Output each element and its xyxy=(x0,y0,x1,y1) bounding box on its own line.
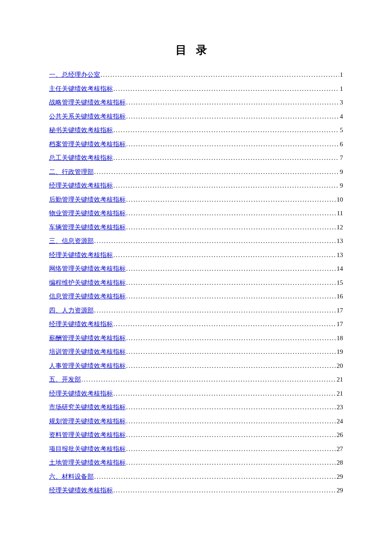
toc-leader-dots xyxy=(113,483,336,497)
toc-page-number: 4 xyxy=(339,110,343,124)
toc-link[interactable]: 规划管理关键绩效考核指标 xyxy=(49,414,126,428)
toc-leader-dots xyxy=(126,110,339,124)
toc-link[interactable]: 经理关键绩效考核指标 xyxy=(49,387,113,401)
toc-link[interactable]: 后勤管理关键绩效考核指标 xyxy=(49,193,126,207)
toc-entry: 四、人力资源部17 xyxy=(49,304,343,318)
toc-entry: 公共关系关键绩效考核指标4 xyxy=(49,110,343,124)
toc-link[interactable]: 总工关键绩效考核指标 xyxy=(49,151,113,165)
toc-page-number: 3 xyxy=(339,95,343,110)
toc-page-number: 6 xyxy=(339,137,343,151)
toc-leader-dots xyxy=(126,95,339,110)
toc-page-number: 11 xyxy=(336,206,343,220)
toc-link[interactable]: 主任关键绩效考核指标 xyxy=(49,82,113,96)
toc-link[interactable]: 一、总经理办公室 xyxy=(49,68,100,82)
toc-link[interactable]: 经理关键绩效考核指标 xyxy=(49,317,113,331)
toc-link[interactable]: 土地管理关键绩效考核指标 xyxy=(49,456,126,470)
toc-link[interactable]: 档案管理关键绩效考核指标 xyxy=(49,137,126,151)
toc-leader-dots xyxy=(113,248,336,262)
toc-page-number: 19 xyxy=(336,345,343,359)
toc-page-number: 26 xyxy=(336,428,343,442)
toc-entry: 主任关键绩效考核指标1 xyxy=(49,82,343,96)
toc-link[interactable]: 战略管理关键绩效考核指标 xyxy=(49,95,126,110)
toc-leader-dots xyxy=(94,234,336,248)
toc-leader-dots xyxy=(113,151,339,165)
toc-leader-dots xyxy=(113,179,339,193)
toc-link[interactable]: 项目报批关键绩效考核指标 xyxy=(49,442,126,456)
toc-entry: 规划管理关键绩效考核指标24 xyxy=(49,414,343,428)
toc-list: 一、总经理办公室1主任关键绩效考核指标1战略管理关键绩效考核指标3公共关系关键绩… xyxy=(49,68,343,497)
toc-leader-dots xyxy=(94,165,339,179)
toc-entry: 经理关键绩效考核指标13 xyxy=(49,248,343,262)
toc-leader-dots xyxy=(126,289,336,304)
toc-page-number: 21 xyxy=(336,387,343,401)
toc-page-number: 20 xyxy=(336,359,343,373)
toc-leader-dots xyxy=(126,428,336,442)
toc-link[interactable]: 市场研究关键绩效考核指标 xyxy=(49,400,126,414)
toc-page-number: 15 xyxy=(336,276,343,290)
toc-entry: 后勤管理关键绩效考核指标10 xyxy=(49,193,343,207)
toc-entry: 一、总经理办公室1 xyxy=(49,68,343,82)
toc-entry: 总工关键绩效考核指标7 xyxy=(49,151,343,165)
toc-entry: 项目报批关键绩效考核指标27 xyxy=(49,442,343,456)
toc-page-number: 5 xyxy=(339,123,343,137)
toc-link[interactable]: 网络管理关键绩效考核指标 xyxy=(49,262,126,276)
toc-entry: 市场研究关键绩效考核指标23 xyxy=(49,400,343,414)
toc-page-number: 10 xyxy=(336,193,343,207)
toc-page-number: 24 xyxy=(336,414,343,428)
toc-link[interactable]: 人事管理关键绩效考核指标 xyxy=(49,359,126,373)
toc-leader-dots xyxy=(126,456,336,470)
toc-entry: 薪酬管理关键绩效考核指标18 xyxy=(49,331,343,345)
toc-link[interactable]: 经理关键绩效考核指标 xyxy=(49,248,113,262)
toc-link[interactable]: 经理关键绩效考核指标 xyxy=(49,179,113,193)
toc-page-number: 29 xyxy=(336,483,343,497)
toc-link[interactable]: 车辆管理关键绩效考核指标 xyxy=(49,220,126,234)
toc-page-number: 17 xyxy=(336,304,343,318)
toc-link[interactable]: 经理关键绩效考核指标 xyxy=(49,483,113,497)
toc-link[interactable]: 五、开发部 xyxy=(49,373,81,387)
toc-link[interactable]: 物业管理关键绩效考核指标 xyxy=(49,206,126,220)
toc-entry: 战略管理关键绩效考核指标3 xyxy=(49,95,343,110)
toc-entry: 编程维护关键绩效考核指标15 xyxy=(49,276,343,290)
toc-entry: 经理关键绩效考核指标9 xyxy=(49,179,343,193)
toc-leader-dots xyxy=(126,359,336,373)
toc-page-number: 27 xyxy=(336,442,343,456)
toc-entry: 资料管理关键绩效考核指标26 xyxy=(49,428,343,442)
toc-page-number: 21 xyxy=(336,373,343,387)
toc-page-number: 1 xyxy=(339,82,343,96)
toc-entry: 三、信息资源部13 xyxy=(49,234,343,248)
toc-entry: 经理关键绩效考核指标21 xyxy=(49,387,343,401)
toc-page-number: 12 xyxy=(336,220,343,234)
toc-entry: 秘书关键绩效考核指标5 xyxy=(49,123,343,137)
toc-page-number: 14 xyxy=(336,262,343,276)
toc-entry: 车辆管理关键绩效考核指标12 xyxy=(49,220,343,234)
toc-entry: 培训管理关键绩效考核指标19 xyxy=(49,345,343,359)
toc-entry: 经理关键绩效考核指标17 xyxy=(49,317,343,331)
toc-link[interactable]: 薪酬管理关键绩效考核指标 xyxy=(49,331,126,345)
toc-link[interactable]: 信息管理关键绩效考核指标 xyxy=(49,289,126,304)
toc-entry: 网络管理关键绩效考核指标14 xyxy=(49,262,343,276)
toc-leader-dots xyxy=(113,317,336,331)
toc-page-number: 29 xyxy=(336,470,343,484)
toc-link[interactable]: 六、材料设备部 xyxy=(49,470,94,484)
toc-link[interactable]: 编程维护关键绩效考核指标 xyxy=(49,276,126,290)
toc-leader-dots xyxy=(126,206,336,220)
toc-leader-dots xyxy=(100,68,339,82)
toc-page-number: 7 xyxy=(339,151,343,165)
toc-page-number: 18 xyxy=(336,331,343,345)
toc-link[interactable]: 公共关系关键绩效考核指标 xyxy=(49,110,126,124)
toc-link[interactable]: 二、行政管理部 xyxy=(49,165,94,179)
toc-page-number: 16 xyxy=(336,289,343,304)
toc-link[interactable]: 三、信息资源部 xyxy=(49,234,94,248)
toc-title: 目录 xyxy=(49,43,343,58)
toc-link[interactable]: 培训管理关键绩效考核指标 xyxy=(49,345,126,359)
toc-page-number: 1 xyxy=(339,68,343,82)
toc-leader-dots xyxy=(113,82,339,96)
toc-link[interactable]: 资料管理关键绩效考核指标 xyxy=(49,428,126,442)
toc-entry: 档案管理关键绩效考核指标6 xyxy=(49,137,343,151)
toc-entry: 五、开发部21 xyxy=(49,373,343,387)
toc-leader-dots xyxy=(94,470,336,484)
toc-link[interactable]: 秘书关键绩效考核指标 xyxy=(49,123,113,137)
toc-link[interactable]: 四、人力资源部 xyxy=(49,304,94,318)
toc-leader-dots xyxy=(126,276,336,290)
toc-leader-dots xyxy=(113,387,336,401)
